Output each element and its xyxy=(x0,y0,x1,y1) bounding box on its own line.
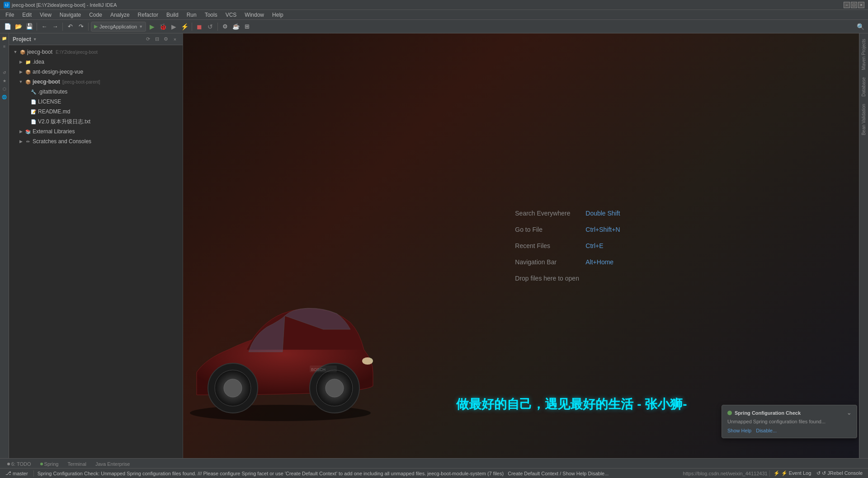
tree-item-root[interactable]: ▼ 📦 jeecg-boot E:\Y2idea\jeecg-boot xyxy=(9,47,183,57)
tree-item-gitattributes[interactable]: 🔧 .gitattributes xyxy=(9,87,183,97)
readme-file-icon: 📝 xyxy=(30,109,37,114)
open-button[interactable]: 📂 xyxy=(14,22,24,32)
java-enterprise-label: Java Enterprise xyxy=(95,461,130,467)
save-button[interactable]: 💾 xyxy=(24,22,34,32)
window-controls[interactable]: − □ × xyxy=(844,2,864,8)
back-button[interactable]: ← xyxy=(39,22,49,32)
favorites-icon[interactable]: ★ xyxy=(2,78,7,84)
menu-analyze[interactable]: Analyze xyxy=(107,11,133,19)
menu-refactor[interactable]: Refactor xyxy=(134,11,162,19)
v2log-label: V2.0 版本升级日志.txt xyxy=(38,118,90,126)
extra-button[interactable]: ⊞ xyxy=(242,22,252,32)
search-everywhere-label: Search Everywhere xyxy=(515,210,578,217)
menu-tools[interactable]: Tools xyxy=(201,11,221,19)
chinese-banner: 做最好的自己，遇见最好的生活 - 张小狮- xyxy=(456,396,687,413)
profile-button[interactable]: ⚡ xyxy=(179,22,189,32)
jeecgboot-parent-label: jeecg-boot xyxy=(33,79,60,85)
menu-help[interactable]: Help xyxy=(269,11,287,19)
java-enterprise-tab[interactable]: Java Enterprise xyxy=(92,459,133,468)
menu-code[interactable]: Code xyxy=(85,11,106,19)
project-icon[interactable]: 📁 xyxy=(1,35,8,42)
terminal-tab[interactable]: Terminal xyxy=(64,459,90,468)
run-button[interactable]: ▶ xyxy=(147,22,157,32)
maximize-button[interactable]: □ xyxy=(851,2,857,8)
menu-view[interactable]: View xyxy=(36,11,55,19)
tree-item-scratches[interactable]: ▶ ✏ Scratches and Consoles xyxy=(9,136,183,146)
status-sep-1 xyxy=(33,470,34,477)
close-button[interactable]: × xyxy=(858,2,864,8)
title-bar: IJ jeecg-boot [E:\Y2idea\jeecg-boot] - I… xyxy=(0,0,868,10)
event-log-button[interactable]: ⚡ ⚡ Event Log xyxy=(772,470,813,476)
spring-popup-title: Spring Configuration Check xyxy=(735,410,801,416)
redo-button[interactable]: ↷ xyxy=(76,22,86,32)
menu-vcs[interactable]: VCS xyxy=(222,11,241,19)
jrebel-icon[interactable]: ↺ xyxy=(2,70,7,76)
right-sidebar: Maven Projects Database Bean Validation xyxy=(859,33,868,458)
menu-build[interactable]: Build xyxy=(163,11,182,19)
structure-icon[interactable]: ≡ xyxy=(2,43,6,50)
bean-validation-tab[interactable]: Bean Validation xyxy=(860,100,867,139)
close-panel-button[interactable]: × xyxy=(171,35,179,43)
git-branch: master xyxy=(13,471,28,476)
project-panel: Project ▼ ⟳ ⊟ ⚙ × ▼ 📦 jeecg-boot E:\Y2id… xyxy=(9,33,183,458)
menu-file[interactable]: File xyxy=(2,11,18,19)
undo-button[interactable]: ↶ xyxy=(65,22,75,32)
rerun-button[interactable]: ↺ xyxy=(205,22,215,32)
forward-button[interactable]: → xyxy=(50,22,60,32)
show-help-link[interactable]: Show Help xyxy=(727,428,751,433)
tree-item-idea[interactable]: ▶ 📁 .idea xyxy=(9,57,183,67)
minimize-button[interactable]: − xyxy=(844,2,850,8)
window-title: jeecg-boot [E:\Y2idea\jeecg-boot] - Inte… xyxy=(12,2,117,8)
menu-window[interactable]: Window xyxy=(241,11,268,19)
spring-popup-message: Unmapped Spring configuration files foun… xyxy=(727,419,851,424)
goto-file-label: Go to File xyxy=(515,226,578,233)
jrebel-console-button[interactable]: ↺ ↺ JRebel Console xyxy=(815,470,864,476)
spring-popup-actions: Show Help Disable... xyxy=(727,428,851,433)
todo-tab[interactable]: 6: TODO xyxy=(4,459,35,468)
stop-button[interactable]: ◼ xyxy=(194,22,204,32)
root-label: jeecg-boot xyxy=(27,49,52,55)
spring-expand-button[interactable]: ⌄ xyxy=(847,410,851,416)
readme-label: README.md xyxy=(38,108,70,115)
menu-run[interactable]: Run xyxy=(183,11,200,19)
maven-tab[interactable]: Maven Projects xyxy=(860,35,867,74)
menu-edit[interactable]: Edit xyxy=(19,11,35,19)
sdk-button[interactable]: ☕ xyxy=(231,22,241,32)
collapse-all-button[interactable]: ⊟ xyxy=(153,35,161,43)
spring-tab[interactable]: Spring xyxy=(37,459,62,468)
toolbar-sep-1 xyxy=(37,23,37,31)
antdesign-label: ant-design-jeecg-vue xyxy=(33,69,83,75)
tree-item-v2log[interactable]: 📄 V2.0 版本升级日志.txt xyxy=(9,117,183,127)
search-everywhere-button[interactable]: 🔍 xyxy=(855,22,865,32)
panel-header: Project ▼ ⟳ ⊟ ⚙ × xyxy=(9,33,183,45)
settings-button[interactable]: ⚙ xyxy=(220,22,230,32)
run-coverage-button[interactable]: ▶ xyxy=(169,22,179,32)
tree-item-jeecgboot-parent[interactable]: ▼ 📦 jeecg-boot [jeecg-boot-parent] xyxy=(9,77,183,87)
v2log-file-icon: 📄 xyxy=(30,119,37,124)
new-file-button[interactable]: 📄 xyxy=(3,22,13,32)
svg-point-3 xyxy=(326,379,344,397)
scratches-icon: ✏ xyxy=(25,139,31,144)
web-icon[interactable]: 🌐 xyxy=(1,94,8,100)
debug-button[interactable]: 🐞 xyxy=(158,22,168,32)
root-path: E:\Y2idea\jeecg-boot xyxy=(56,50,98,55)
database-tab[interactable]: Database xyxy=(860,74,867,100)
jrebel-label: ↺ JRebel Console xyxy=(822,470,863,476)
project-tree: ▼ 📦 jeecg-boot E:\Y2idea\jeecg-boot ▶ 📁 … xyxy=(9,45,183,458)
shortcut-nav-bar: Navigation Bar Alt+Home xyxy=(515,258,620,266)
menu-navigate[interactable]: Navigate xyxy=(56,11,85,19)
tree-item-license[interactable]: 📄 LICENSE xyxy=(9,97,183,107)
car-silhouette: BOSCH xyxy=(183,232,377,422)
sync-button[interactable]: ⟳ xyxy=(144,35,152,43)
npm-icon[interactable]: ⬡ xyxy=(2,86,7,92)
tree-item-readme[interactable]: 📝 README.md xyxy=(9,107,183,117)
git-status[interactable]: ⎇ master xyxy=(4,470,30,476)
settings-panel-button[interactable]: ⚙ xyxy=(162,35,170,43)
tree-item-antdesign[interactable]: ▶ 📦 ant-design-jeecg-vue xyxy=(9,67,183,77)
disable-link[interactable]: Disable... xyxy=(756,428,777,433)
tree-item-ext-libs[interactable]: ▶ 📚 External Libraries xyxy=(9,127,183,136)
recent-files-label: Recent Files xyxy=(515,242,578,249)
project-title-label: Project xyxy=(13,36,31,42)
run-config-dropdown[interactable]: ▶ JeecgApplication ▼ xyxy=(91,22,146,32)
panel-actions: ⟳ ⊟ ⚙ × xyxy=(144,35,179,43)
